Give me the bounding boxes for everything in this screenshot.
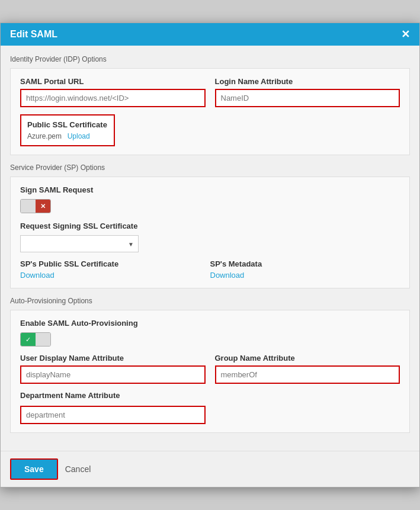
cancel-button[interactable]: Cancel (65, 464, 91, 474)
toggle-left-side (21, 200, 36, 213)
public-ssl-cert-box: Public SSL Certificate Azure.pem Upload (20, 114, 115, 146)
close-button[interactable]: ✕ (401, 29, 410, 40)
upload-link[interactable]: Upload (68, 132, 90, 140)
sign-saml-toggle[interactable]: ✕ (20, 199, 51, 213)
group-name-input[interactable] (215, 365, 400, 384)
department-name-row: Department Name Attribute (20, 391, 400, 424)
sp-section-label: Service Provider (SP) Options (10, 163, 410, 172)
user-display-name-col: User Display Name Attribute (20, 354, 206, 384)
saml-portal-url-col: SAML Portal URL (20, 77, 206, 107)
public-ssl-cert-wrapper: Public SSL Certificate Azure.pem Upload (20, 114, 400, 146)
public-ssl-cert-label: Public SSL Certificate (27, 120, 108, 129)
sp-public-ssl-download[interactable]: Download (20, 271, 54, 280)
sp-links-row: SP's Public SSL Certificate Download SP'… (20, 259, 400, 280)
idp-section-label: Identity Provider (IDP) Options (10, 55, 410, 63)
toggle-right-side: ✕ (36, 200, 50, 213)
toggle-on-right (36, 333, 50, 346)
enable-saml-label: Enable SAML Auto-Provisioning (20, 319, 400, 328)
login-name-attribute-col: Login Name Attribute (215, 77, 400, 107)
display-group-row: User Display Name Attribute Group Name A… (20, 354, 400, 384)
department-name-label: Department Name Attribute (20, 391, 400, 400)
auto-prov-section-label: Auto-Provisioning Options (10, 297, 410, 305)
saml-portal-url-input[interactable] (20, 89, 206, 107)
group-name-label: Group Name Attribute (215, 354, 400, 363)
public-ssl-cert-filename: Azure.pem (27, 132, 62, 140)
sp-public-ssl-label: SP's Public SSL Certificate (20, 259, 210, 268)
request-signing-ssl-row: Request Signing SSL Certificate ▼ (20, 222, 400, 252)
toggle-on-left: ✓ (21, 333, 36, 346)
sign-saml-row: Sign SAML Request ✕ (20, 185, 400, 214)
sp-section-box: Sign SAML Request ✕ Request Signing SSL … (10, 177, 410, 288)
department-name-input[interactable] (20, 406, 206, 424)
idp-url-row: SAML Portal URL Login Name Attribute (20, 77, 400, 107)
save-button[interactable]: Save (10, 458, 58, 480)
auto-prov-section-box: Enable SAML Auto-Provisioning ✓ User Dis… (10, 310, 410, 433)
saml-portal-url-label: SAML Portal URL (20, 77, 206, 86)
sp-metadata-label: SP's Metadata (210, 259, 400, 268)
department-name-wrapper (20, 403, 206, 424)
enable-saml-row: Enable SAML Auto-Provisioning ✓ (20, 319, 400, 347)
sp-public-ssl-col: SP's Public SSL Certificate Download (20, 259, 210, 280)
request-signing-ssl-label: Request Signing SSL Certificate (20, 222, 400, 230)
sp-metadata-col: SP's Metadata Download (210, 259, 400, 280)
modal-body: Identity Provider (IDP) Options SAML Por… (1, 46, 419, 451)
idp-section-box: SAML Portal URL Login Name Attribute Pub… (10, 68, 410, 155)
user-display-name-label: User Display Name Attribute (20, 354, 206, 363)
login-name-attribute-label: Login Name Attribute (215, 77, 400, 86)
login-name-attribute-input[interactable] (215, 89, 400, 107)
request-signing-ssl-select[interactable] (20, 235, 139, 252)
user-display-name-input[interactable] (20, 365, 206, 384)
sign-saml-label: Sign SAML Request (20, 185, 400, 194)
edit-saml-modal: Edit SAML ✕ Identity Provider (IDP) Opti… (0, 23, 420, 487)
sp-metadata-download[interactable]: Download (210, 271, 245, 280)
modal-title: Edit SAML (10, 29, 57, 40)
enable-saml-toggle[interactable]: ✓ (20, 332, 51, 347)
request-signing-ssl-wrapper: ▼ (20, 235, 139, 252)
modal-footer: Save Cancel (1, 451, 419, 487)
group-name-col: Group Name Attribute (215, 354, 400, 384)
modal-header: Edit SAML ✕ (1, 23, 419, 46)
